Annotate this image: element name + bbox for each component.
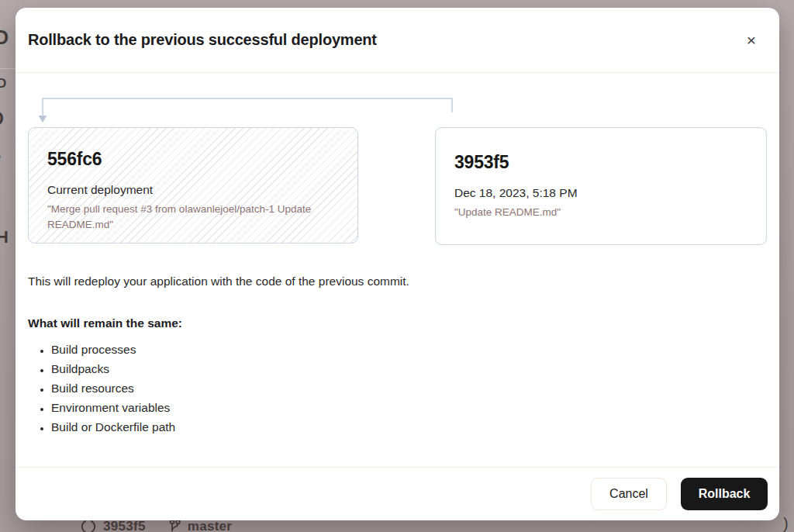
backdrop-text-fragment: ) [783,516,789,531]
list-item: Build processes [51,344,767,356]
dialog-header: Rollback to the previous successful depl… [16,8,779,73]
rollback-button[interactable]: Rollback [681,478,768,510]
current-commit-hash: 556fc6 [47,149,339,170]
arrow-down-icon [39,116,47,123]
previous-commit-message: "Update README.md" [454,205,747,220]
branch-icon [169,519,181,532]
rollback-dialog: Rollback to the previous successful depl… [16,8,779,520]
previous-commit-hash: 3953f5 [454,152,747,173]
backdrop-commit-hash: 3953f5 [103,519,146,532]
commit-icon [81,519,96,532]
redeploy-description: This will redeploy your application with… [28,275,767,288]
backdrop-text-fragment: H [0,229,9,246]
previous-deployment-date: Dec 18, 2023, 5:18 PM [454,186,747,200]
backdrop-branch-name: master [188,519,233,532]
current-commit-message: "Merge pull request #3 from olawanlejoel… [47,202,339,233]
backdrop-text-fragment: D [0,77,6,90]
deployment-cards: 556fc6 Current deployment "Merge pull re… [28,127,767,245]
dialog-body: 556fc6 Current deployment "Merge pull re… [16,73,779,467]
dialog-title: Rollback to the previous successful depl… [28,31,377,49]
backdrop-text-fragment: D [0,28,9,47]
backdrop-icon-fragment: O [0,110,4,128]
close-icon[interactable]: × [740,30,762,50]
dialog-footer: Cancel Rollback [16,467,779,520]
cancel-button[interactable]: Cancel [591,478,667,510]
list-item: Environment variables [51,402,767,414]
remain-same-heading: What will remain the same: [28,316,767,330]
backdrop-commit-row: 3953f5 master [81,519,232,532]
previous-deployment-card: 3953f5 Dec 18, 2023, 5:18 PM "Update REA… [435,127,767,245]
rollback-arrow-connector [28,73,766,127]
current-deployment-label: Current deployment [47,183,339,197]
backdrop-divider-fragment [0,68,16,69]
backdrop-avatar-fragment: ● [0,148,2,164]
list-item: Buildpacks [51,363,767,375]
list-item: Build or Dockerfile path [51,421,767,434]
list-item: Build resources [51,382,767,395]
remain-same-list: Build processes Buildpacks Build resourc… [28,344,767,434]
current-deployment-card: 556fc6 Current deployment "Merge pull re… [28,127,358,244]
